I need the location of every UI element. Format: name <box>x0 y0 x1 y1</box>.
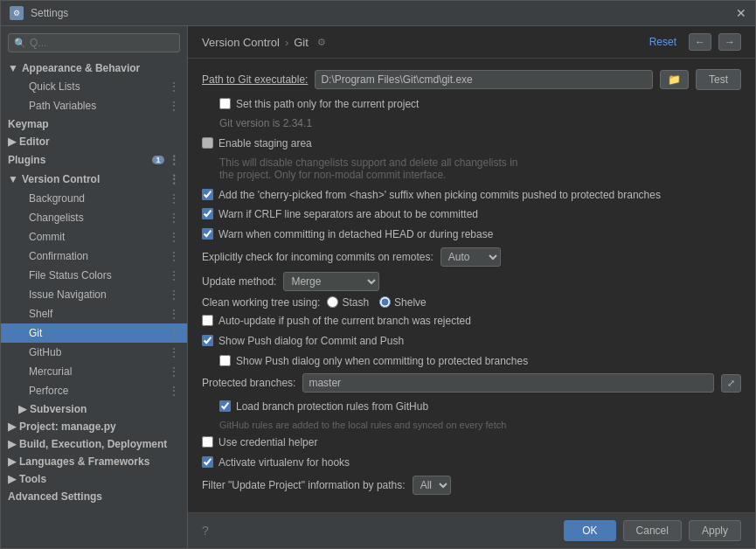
path-label[interactable]: Path to Git executable: <box>202 73 308 86</box>
crlf-checkbox[interactable] <box>202 208 213 219</box>
set-path-label: Set this path only for the current proje… <box>236 97 419 112</box>
shelve-radio[interactable] <box>379 296 391 308</box>
apply-button[interactable]: Apply <box>689 520 741 541</box>
cherry-pick-label: Add the 'cherry-picked from <hash>' suff… <box>218 188 661 203</box>
sidebar-item-quick-lists[interactable]: Quick Lists ⋮ <box>1 77 187 96</box>
close-button[interactable]: ✕ <box>736 6 746 20</box>
sidebar-item-keymap[interactable]: Keymap <box>1 115 187 133</box>
sidebar-item-path-variables[interactable]: Path Variables ⋮ <box>1 96 187 115</box>
chevron-right-icon: ▶ <box>8 420 16 433</box>
sidebar-item-plugins[interactable]: Plugins 1 ⋮ <box>1 150 187 170</box>
detached-head-label: Warn when committing in detached HEAD or… <box>218 227 493 242</box>
incoming-commits-row: Explicitly check for incoming commits on… <box>202 247 741 267</box>
sidebar-item-commit[interactable]: Commit ⋮ <box>1 227 187 247</box>
incoming-commits-select[interactable]: Auto Always Never <box>440 247 501 267</box>
sidebar-item-appearance[interactable]: ▼ Appearance & Behavior <box>1 59 187 77</box>
sidebar-item-git[interactable]: Git ⋮ <box>1 323 187 343</box>
sidebar-item-build-execution[interactable]: ▶ Build, Execution, Deployment <box>1 435 187 453</box>
sidebar-item-file-status-colors[interactable]: File Status Colors ⋮ <box>1 266 187 285</box>
show-push-only-checkbox[interactable] <box>219 355 231 366</box>
crlf-label: Warn if CRLF line separators are about t… <box>218 207 478 222</box>
nav-back-button[interactable]: ← <box>689 33 711 51</box>
cancel-button[interactable]: Cancel <box>623 520 682 541</box>
use-credential-row: Use credential helper <box>202 435 741 450</box>
detached-head-checkbox[interactable] <box>202 228 213 240</box>
clean-working-tree-label: Clean working tree using: <box>202 296 320 309</box>
protected-branches-expand[interactable]: ⤢ <box>721 374 741 393</box>
sidebar-item-background[interactable]: Background ⋮ <box>1 189 187 208</box>
clean-working-tree-row: Clean working tree using: Stash Shelve <box>202 296 741 309</box>
reset-button[interactable]: Reset <box>644 34 682 50</box>
chevron-down-icon: ▼ <box>8 62 18 74</box>
filter-update-select[interactable]: All <box>413 476 451 495</box>
set-path-row: Set this path only for the current proje… <box>202 97 741 112</box>
shelve-radio-label[interactable]: Shelve <box>379 296 427 309</box>
breadcrumb: Version Control › Git ⚙ <box>202 36 326 49</box>
settings-dots: ⋮ <box>168 153 180 167</box>
header-actions: Reset ← → <box>644 33 741 51</box>
settings-dots: ⋮ <box>168 191 180 205</box>
ok-button[interactable]: OK <box>564 520 615 541</box>
set-path-checkbox[interactable] <box>219 98 231 109</box>
enable-staging-checkbox[interactable] <box>202 137 213 149</box>
main-header: Version Control › Git ⚙ Reset ← → <box>188 26 755 59</box>
search-box[interactable]: 🔍 <box>8 33 180 52</box>
sidebar-item-shelf[interactable]: Shelf ⋮ <box>1 304 187 323</box>
auto-update-checkbox[interactable] <box>202 315 213 326</box>
help-icon[interactable]: ? <box>202 524 209 538</box>
search-input[interactable] <box>30 37 174 49</box>
load-branch-protection-checkbox[interactable] <box>219 400 231 412</box>
test-button[interactable]: Test <box>696 69 741 90</box>
staging-desc2: the project. Only for non-modal commit i… <box>202 169 741 181</box>
sidebar-item-advanced-settings[interactable]: Advanced Settings <box>1 488 187 505</box>
path-input[interactable] <box>315 70 653 89</box>
show-push-dialog-only-row: Show Push dialog only when committing to… <box>202 354 741 369</box>
sidebar-item-editor[interactable]: ▶ Editor <box>1 133 187 150</box>
settings-dots: ⋮ <box>168 80 180 94</box>
sidebar-item-project-manage[interactable]: ▶ Project: manage.py <box>1 418 187 435</box>
virtualenv-checkbox[interactable] <box>202 456 213 468</box>
protected-branches-row: Protected branches: ⤢ <box>202 373 741 393</box>
window-title: Settings <box>31 7 68 19</box>
stash-radio-label[interactable]: Stash <box>327 296 369 309</box>
enable-staging-label: Enable staging area <box>218 136 312 151</box>
credential-label: Use credential helper <box>218 435 317 450</box>
staging-desc1: This will disable changelists support an… <box>202 156 741 169</box>
show-push-checkbox[interactable] <box>202 335 213 346</box>
breadcrumb-settings-icon: ⚙ <box>317 37 326 48</box>
settings-dots: ⋮ <box>168 249 180 263</box>
cherry-pick-row: Add the 'cherry-picked from <hash>' suff… <box>202 188 741 203</box>
sidebar-item-mercurial[interactable]: Mercurial ⋮ <box>1 362 187 381</box>
sidebar-item-confirmation[interactable]: Confirmation ⋮ <box>1 247 187 266</box>
sidebar-item-changelists[interactable]: Changelists ⋮ <box>1 208 187 227</box>
settings-dots: ⋮ <box>168 211 180 225</box>
update-method-label: Update method: <box>202 275 276 288</box>
path-row: Path to Git executable: 📁 Test <box>202 69 741 90</box>
credential-checkbox[interactable] <box>202 436 213 448</box>
sidebar-item-issue-navigation[interactable]: Issue Navigation ⋮ <box>1 285 187 304</box>
stash-radio[interactable] <box>327 296 338 308</box>
protected-branches-input[interactable] <box>302 373 714 393</box>
settings-dots: ⋮ <box>168 307 180 321</box>
breadcrumb-part1: Version Control <box>202 36 280 49</box>
sidebar-item-tools[interactable]: ▶ Tools <box>1 470 187 488</box>
sidebar: 🔍 ▼ Appearance & Behavior Quick Lists ⋮ … <box>1 26 188 548</box>
settings-window: ⚙ Settings ✕ 🔍 ▼ Appearance & Behavior Q… <box>0 0 756 549</box>
sidebar-item-version-control[interactable]: ▼ Version Control ⋮ <box>1 170 187 189</box>
sidebar-item-github[interactable]: GitHub ⋮ <box>1 343 187 362</box>
folder-button[interactable]: 📁 <box>660 70 689 89</box>
sidebar-item-languages-frameworks[interactable]: ▶ Languages & Frameworks <box>1 453 187 470</box>
title-bar-left: ⚙ Settings <box>10 6 68 20</box>
virtualenv-label: Activate virtualenv for hooks <box>218 455 350 470</box>
update-method-select[interactable]: Merge Rebase Branch Default <box>283 272 379 291</box>
enable-staging-row: Enable staging area <box>202 136 741 151</box>
settings-dots: ⋮ <box>168 99 180 113</box>
sidebar-item-subversion[interactable]: ▶ Subversion <box>1 400 187 418</box>
filter-update-row: Filter "Update Project" information by p… <box>202 476 741 495</box>
settings-dots: ⋮ <box>168 268 180 282</box>
chevron-right-icon: ▶ <box>8 438 16 450</box>
cherry-pick-checkbox[interactable] <box>202 189 213 200</box>
sidebar-item-perforce[interactable]: Perforce ⋮ <box>1 381 187 400</box>
nav-forward-button[interactable]: → <box>718 33 741 51</box>
breadcrumb-separator: › <box>285 36 288 49</box>
